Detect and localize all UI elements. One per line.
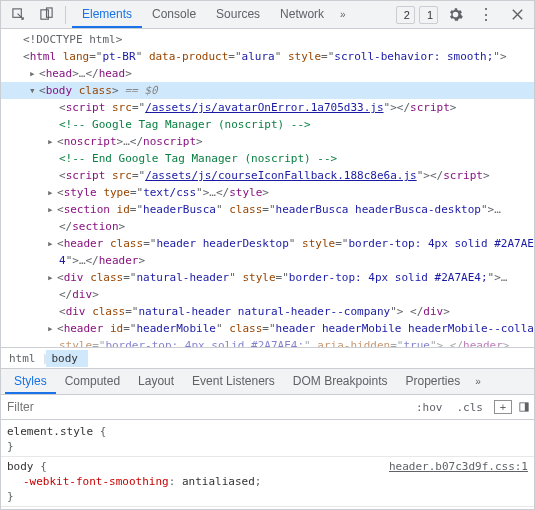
dom-header1b[interactable]: 4">…</header> [1, 252, 534, 269]
svg-rect-5 [525, 403, 528, 411]
dom-section[interactable]: ▸<section id="headerBusca" class="header… [1, 201, 534, 218]
styles-filter-bar: :hov .cls + [1, 395, 534, 420]
dom-tree[interactable]: <!DOCTYPE html> <html lang="pt-BR" data-… [1, 29, 534, 347]
dom-div2[interactable]: <div class="natural-header natural-heade… [1, 303, 534, 320]
dom-div1-close[interactable]: </div> [1, 286, 534, 303]
new-style-rule-icon[interactable]: + [494, 400, 512, 414]
styles-tabs: Styles Computed Layout Event Listeners D… [1, 368, 534, 395]
tab-properties[interactable]: Properties [397, 369, 470, 394]
toolbar-right: 2 1 ⋮ [396, 3, 530, 27]
tab-styles[interactable]: Styles [5, 369, 56, 394]
tab-computed[interactable]: Computed [56, 369, 129, 394]
main-tabs: Elements Console Sources Network » [72, 1, 394, 28]
breadcrumb: html body [1, 347, 534, 368]
more-styles-chevron-icon[interactable]: » [469, 376, 487, 387]
more-tabs-chevron-icon[interactable]: » [334, 9, 352, 20]
tab-network[interactable]: Network [270, 1, 334, 28]
dom-head[interactable]: ▸<head>…</head> [1, 65, 534, 82]
dom-section-close[interactable]: </section> [1, 218, 534, 235]
dom-script2[interactable]: <script src="/assets/js/courseIconFallba… [1, 167, 534, 184]
cls-button[interactable]: .cls [450, 398, 491, 416]
warning-badge[interactable]: 2 [396, 6, 415, 24]
filter-input[interactable] [3, 400, 409, 414]
gear-icon[interactable] [442, 3, 468, 27]
dom-script1[interactable]: <script src="/assets/js/avatarOnError.1a… [1, 99, 534, 116]
device-icon[interactable] [33, 3, 59, 27]
devtools-toolbar: Elements Console Sources Network » 2 1 ⋮ [1, 1, 534, 29]
rule-element-style[interactable]: element.style { } [1, 422, 534, 457]
dom-comment1[interactable]: <!-- Google Tag Manager (noscript) --> [1, 116, 534, 133]
dom-style[interactable]: ▸<style type="text/css">…</style> [1, 184, 534, 201]
dom-div1[interactable]: ▸<div class="natural-header" style="bord… [1, 269, 534, 286]
dom-doctype[interactable]: <!DOCTYPE html> [1, 31, 534, 48]
kebab-menu-icon[interactable]: ⋮ [472, 5, 500, 24]
tab-sources[interactable]: Sources [206, 1, 270, 28]
crumb-html[interactable]: html [3, 350, 46, 367]
styles-panel: element.style { } header.b07c3d9f.css:1 … [1, 420, 534, 509]
info-count: 1 [427, 9, 433, 21]
info-badge[interactable]: 1 [419, 6, 438, 24]
dom-comment2[interactable]: <!-- End Google Tag Manager (noscript) -… [1, 150, 534, 167]
tab-elements[interactable]: Elements [72, 1, 142, 28]
rule-body[interactable]: header.b07c3d9f.css:1 body { -webkit-fon… [1, 457, 534, 507]
source-link[interactable]: header.b07c3d9f.css:1 [389, 459, 528, 474]
dom-header2b[interactable]: style="border-top: 4px solid #2A7AE4;" a… [1, 337, 534, 347]
dom-header1[interactable]: ▸<header class="header headerDesktop" st… [1, 235, 534, 252]
dom-body-selected[interactable]: ⋯▾<body class>== $0 [1, 82, 534, 99]
warning-count: 2 [404, 9, 410, 21]
divider [65, 6, 66, 24]
tab-eventlisteners[interactable]: Event Listeners [183, 369, 284, 394]
dock-icon[interactable] [516, 400, 532, 414]
tab-console[interactable]: Console [142, 1, 206, 28]
dom-noscript[interactable]: ▸<noscript>…</noscript> [1, 133, 534, 150]
tab-layout[interactable]: Layout [129, 369, 183, 394]
crumb-body[interactable]: body [46, 350, 89, 367]
dom-header2[interactable]: ▸<header id="headerMobile" class="header… [1, 320, 534, 337]
hov-button[interactable]: :hov [409, 398, 450, 416]
inspect-icon[interactable] [5, 3, 31, 27]
tab-dombreakpoints[interactable]: DOM Breakpoints [284, 369, 397, 394]
close-icon[interactable] [504, 3, 530, 27]
dom-html-open[interactable]: <html lang="pt-BR" data-product="alura" … [1, 48, 534, 65]
